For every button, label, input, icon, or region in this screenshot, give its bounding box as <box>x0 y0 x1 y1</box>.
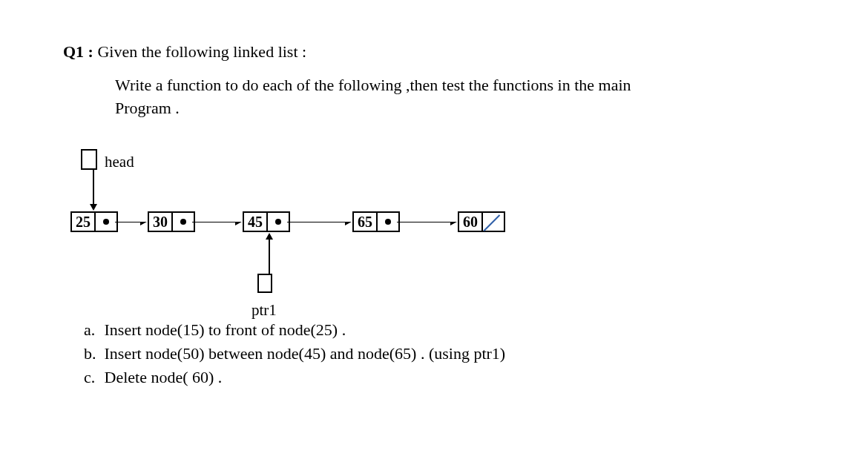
pointer-dot-icon <box>180 219 186 225</box>
svg-marker-11 <box>266 233 273 240</box>
node-value: 45 <box>243 211 268 232</box>
question-title: Given the following linked list : <box>97 42 306 61</box>
task-bullet: b. <box>84 342 100 366</box>
svg-marker-7 <box>345 222 352 225</box>
question-instruction: Write a function to do each of the follo… <box>115 74 805 120</box>
node-60: 60 <box>458 211 505 232</box>
svg-marker-9 <box>450 222 457 225</box>
arrow-icon <box>287 222 352 232</box>
ptr1-arrow-icon <box>264 232 274 274</box>
linked-list-diagram: head 25 30 45 65 <box>70 148 805 326</box>
svg-marker-5 <box>235 222 242 225</box>
head-arrow-icon <box>88 170 99 211</box>
ptr1-pointer-box <box>257 274 272 293</box>
arrow-icon <box>115 222 148 232</box>
task-text: Delete node( 60) . <box>105 368 223 386</box>
head-label: head <box>105 151 134 173</box>
arrow-icon <box>192 222 243 232</box>
task-b: b. Insert node(50) between node(45) and … <box>84 342 805 366</box>
svg-marker-1 <box>90 204 97 211</box>
ptr1-label: ptr1 <box>251 300 277 321</box>
node-65: 65 <box>352 211 400 232</box>
task-bullet: c. <box>84 366 100 389</box>
null-slash-icon <box>484 211 504 232</box>
node-value: 65 <box>352 211 378 232</box>
node-pointer-cell-null <box>483 211 505 232</box>
task-c: c. Delete node( 60) . <box>84 366 805 389</box>
task-text: Insert node(50) between node(45) and nod… <box>105 344 506 363</box>
svg-marker-3 <box>140 222 147 225</box>
node-value: 60 <box>458 211 483 232</box>
instruction-line-1: Write a function to do each of the follo… <box>115 74 805 97</box>
node-25: 25 <box>70 211 118 232</box>
question-label: Q1 : <box>63 42 93 61</box>
question-header: Q1 : Given the following linked list : <box>63 41 805 64</box>
head-pointer-box <box>81 149 97 170</box>
arrow-icon <box>397 222 458 232</box>
node-value: 30 <box>148 211 173 232</box>
pointer-dot-icon <box>275 219 281 225</box>
instruction-line-2: Program . <box>115 97 805 120</box>
pointer-dot-icon <box>385 219 391 225</box>
pointer-dot-icon <box>103 219 109 225</box>
node-value: 25 <box>70 211 96 232</box>
node-30: 30 <box>148 211 195 232</box>
node-45: 45 <box>243 211 290 232</box>
task-list: a. Insert node(15) to front of node(25) … <box>84 318 805 389</box>
